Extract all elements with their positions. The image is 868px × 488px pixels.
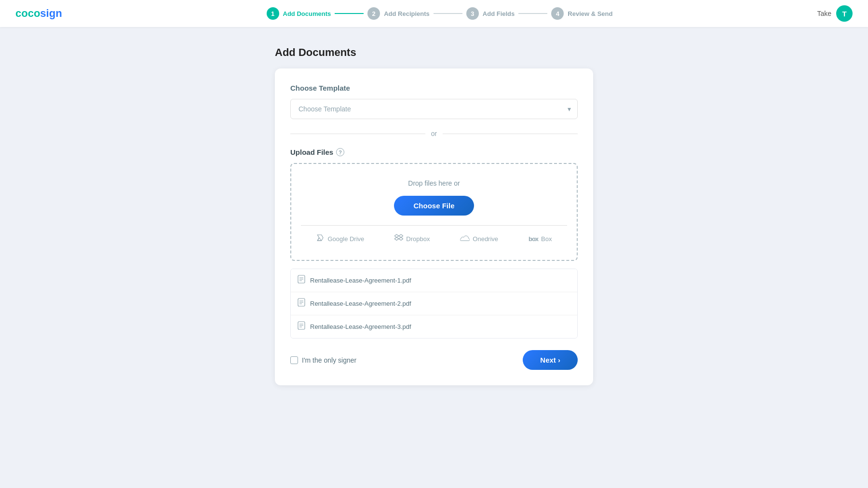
cloud-divider: [301, 225, 567, 226]
dropbox-label: Dropbox: [406, 235, 430, 243]
google-drive-service[interactable]: Google Drive: [316, 233, 364, 244]
or-divider: or: [290, 130, 578, 137]
file-doc-icon-3: [298, 321, 305, 332]
step-2-label: Add Recipients: [384, 10, 430, 17]
user-name: Take: [817, 10, 831, 17]
box-label: Box: [541, 235, 552, 243]
step-4: 4 Review & Send: [551, 7, 612, 20]
step-4-circle: 4: [551, 7, 564, 20]
step-4-label: Review & Send: [568, 10, 612, 17]
step-connector-3-4: [518, 13, 547, 14]
file-list: Rentallease-Lease-Agreement-1.pdf Rental…: [290, 269, 578, 339]
file-doc-icon-2: [298, 298, 305, 309]
step-2: 2 Add Recipients: [367, 7, 430, 20]
step-3-label: Add Fields: [483, 10, 515, 17]
onedrive-icon: [460, 234, 470, 244]
avatar[interactable]: T: [836, 5, 853, 22]
page-title: Add Documents: [275, 46, 593, 59]
file-item-1: Rentallease-Lease-Agreement-1.pdf: [291, 269, 577, 292]
onedrive-label: Onedrive: [473, 235, 498, 243]
box-service[interactable]: box Box: [529, 235, 552, 243]
help-icon[interactable]: ?: [336, 148, 344, 156]
drop-text: Drop files here or: [301, 179, 567, 187]
upload-files-title: Upload Files ?: [290, 148, 578, 156]
only-signer-checkbox[interactable]: [290, 356, 298, 364]
logo: cocosign: [15, 7, 62, 20]
upload-files-section: Upload Files ? Drop files here or Choose…: [290, 148, 578, 339]
template-select-wrapper: Choose Template ▾: [290, 99, 578, 119]
step-1-label: Add Documents: [283, 10, 331, 17]
choose-template-label: Choose Template: [290, 84, 578, 92]
step-connector-1-2: [335, 13, 364, 14]
or-text: or: [431, 130, 437, 137]
onedrive-service[interactable]: Onedrive: [460, 234, 498, 244]
dropbox-service[interactable]: Dropbox: [394, 233, 430, 244]
add-documents-card: Choose Template Choose Template ▾ or Upl…: [275, 68, 593, 385]
file-name-3: Rentallease-Lease-Agreement-3.pdf: [310, 323, 411, 330]
file-name-2: Rentallease-Lease-Agreement-2.pdf: [310, 300, 411, 307]
cloud-services: Google Drive Dropbox: [301, 233, 567, 244]
google-drive-icon: [316, 233, 325, 244]
logo-text: cocosign: [15, 7, 62, 20]
box-icon: box: [529, 235, 538, 243]
only-signer-text: I'm the only signer: [302, 356, 356, 364]
step-1: 1 Add Documents: [267, 7, 331, 20]
header: cocosign 1 Add Documents 2 Add Recipient…: [0, 0, 868, 27]
step-connector-2-3: [434, 13, 462, 14]
file-doc-icon-1: [298, 275, 305, 286]
stepper: 1 Add Documents 2 Add Recipients 3 Add F…: [267, 7, 613, 20]
template-select[interactable]: Choose Template: [290, 99, 578, 119]
logo-coco: coco: [15, 7, 40, 19]
choose-template-section: Choose Template Choose Template ▾: [290, 84, 578, 119]
drop-zone[interactable]: Drop files here or Choose File Google Dr…: [290, 163, 578, 261]
main-content: Add Documents Choose Template Choose Tem…: [0, 27, 868, 405]
card-footer: I'm the only signer Next ›: [290, 350, 578, 370]
file-item-2: Rentallease-Lease-Agreement-2.pdf: [291, 292, 577, 315]
step-3-circle: 3: [466, 7, 479, 20]
choose-file-button[interactable]: Choose File: [394, 196, 474, 216]
step-3: 3 Add Fields: [466, 7, 515, 20]
logo-sign: sign: [40, 7, 62, 19]
file-name-1: Rentallease-Lease-Agreement-1.pdf: [310, 277, 411, 284]
or-line-left: [290, 134, 425, 134]
google-drive-label: Google Drive: [327, 235, 364, 243]
user-area: Take T: [817, 5, 853, 22]
next-button[interactable]: Next ›: [523, 350, 578, 370]
dropbox-icon: [394, 233, 403, 244]
upload-files-label: Upload Files: [290, 148, 333, 156]
step-1-circle: 1: [267, 7, 279, 20]
or-line-right: [443, 134, 578, 134]
file-item-3: Rentallease-Lease-Agreement-3.pdf: [291, 315, 577, 338]
only-signer-label[interactable]: I'm the only signer: [290, 356, 356, 364]
step-2-circle: 2: [367, 7, 380, 20]
